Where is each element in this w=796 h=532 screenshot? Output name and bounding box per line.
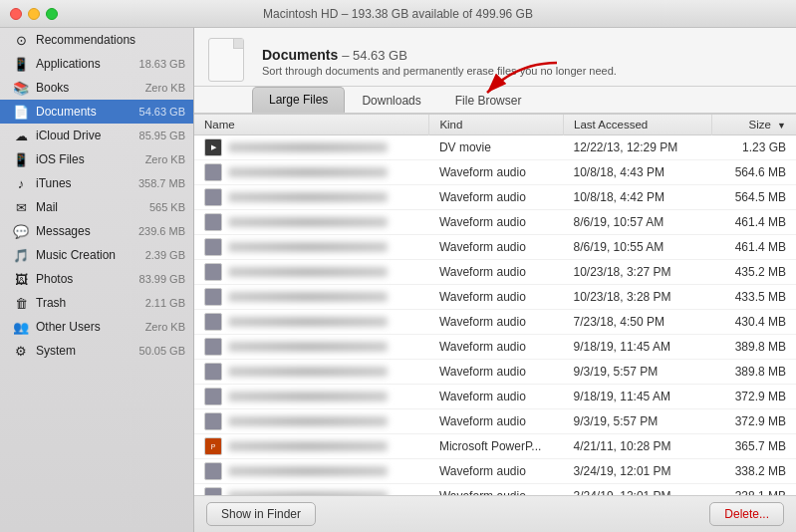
file-kind: Waveform audio xyxy=(429,235,564,260)
sidebar-item-applications[interactable]: 📱Applications18.63 GB xyxy=(0,52,193,76)
file-name-blurred xyxy=(228,367,388,377)
window-title: Macintosh HD – 193.38 GB available of 49… xyxy=(263,7,533,21)
sidebar-item-photos[interactable]: 🖼Photos83.99 GB xyxy=(0,267,193,291)
file-size: 461.4 MB xyxy=(712,235,796,260)
sidebar-item-system[interactable]: ⚙System50.05 GB xyxy=(0,339,193,363)
traffic-lights xyxy=(10,8,58,20)
tab-file-browser[interactable]: File Browser xyxy=(438,88,539,113)
table-row[interactable]: Waveform audio10/8/18, 4:43 PM564.6 MB xyxy=(194,160,796,185)
sidebar-item-messages[interactable]: 💬Messages239.6 MB xyxy=(0,219,193,243)
file-thumbnail xyxy=(204,412,222,430)
col-header-name[interactable]: Name xyxy=(194,115,429,135)
close-button[interactable] xyxy=(10,8,22,20)
file-kind: Waveform audio xyxy=(429,160,564,185)
col-header-size[interactable]: Size ▼ xyxy=(712,115,796,135)
tab-large-files[interactable]: Large Files xyxy=(252,87,345,113)
sidebar-item-label: Books xyxy=(36,81,145,95)
tab-downloads[interactable]: Downloads xyxy=(345,88,437,113)
file-accessed: 10/23/18, 3:27 PM xyxy=(564,260,712,285)
file-name-blurred xyxy=(228,392,388,401)
sidebar-item-size: 2.11 GB xyxy=(145,297,185,309)
sidebar-item-label: iOS Files xyxy=(36,152,145,166)
file-name-blurred xyxy=(228,292,388,302)
sidebar-item-label: Music Creation xyxy=(36,248,145,262)
file-accessed: 10/8/18, 4:42 PM xyxy=(564,185,712,210)
sidebar-item-icon: ⊙ xyxy=(12,31,30,49)
table-row[interactable]: Waveform audio7/23/18, 4:50 PM430.4 MB xyxy=(194,310,796,335)
file-kind: Waveform audio xyxy=(429,484,564,496)
sidebar-item-icon: ✉ xyxy=(12,198,30,216)
file-accessed: 9/18/19, 11:45 AM xyxy=(564,335,712,360)
title-bar: Macintosh HD – 193.38 GB available of 49… xyxy=(0,0,796,28)
sidebar-item-label: Documents xyxy=(36,105,139,119)
file-accessed: 7/23/18, 4:50 PM xyxy=(564,310,712,335)
table-row[interactable]: Waveform audio9/3/19, 5:57 PM372.9 MB xyxy=(194,409,796,434)
file-thumbnail xyxy=(204,188,222,206)
delete-button[interactable]: Delete... xyxy=(709,502,784,526)
table-row[interactable]: Waveform audio9/3/19, 5:57 PM389.8 MB xyxy=(194,360,796,385)
sidebar-item-icon: 📄 xyxy=(12,103,30,121)
sidebar-item-size: 18.63 GB xyxy=(139,58,185,70)
file-kind: Waveform audio xyxy=(429,459,564,484)
table-row[interactable]: Waveform audio10/8/18, 4:42 PM564.5 MB xyxy=(194,185,796,210)
footer: Show in Finder Delete... xyxy=(194,495,796,532)
table-row[interactable]: Waveform audio9/18/19, 11:45 AM389.8 MB xyxy=(194,335,796,360)
sidebar-item-mail[interactable]: ✉Mail565 KB xyxy=(0,195,193,219)
sidebar-item-size: 239.6 MB xyxy=(138,225,185,237)
sidebar-item-ios-files[interactable]: 📱iOS FilesZero KB xyxy=(0,147,193,171)
section-title: Documents – 54.63 GB xyxy=(262,47,710,63)
sidebar-item-size: 83.99 GB xyxy=(139,273,185,285)
tabs-row: Large Files Downloads File Browser xyxy=(194,87,796,114)
table-row[interactable]: ▶DV movie12/22/13, 12:29 PM1.23 GB xyxy=(194,135,796,160)
file-kind: Waveform audio xyxy=(429,285,564,310)
file-kind: DV movie xyxy=(429,135,564,160)
table-row[interactable]: Waveform audio3/24/19, 12:01 PM338.2 MB xyxy=(194,459,796,484)
sidebar-item-books[interactable]: 📚BooksZero KB xyxy=(0,76,193,100)
sort-indicator: ▼ xyxy=(777,121,786,131)
sidebar-item-documents[interactable]: 📄Documents54.63 GB xyxy=(0,100,193,124)
table-row[interactable]: Waveform audio10/23/18, 3:28 PM433.5 MB xyxy=(194,285,796,310)
file-name-blurred xyxy=(228,267,388,277)
file-accessed: 10/23/18, 3:28 PM xyxy=(564,285,712,310)
file-name-blurred xyxy=(228,342,388,352)
file-table: Name Kind Last Accessed Size ▼ xyxy=(194,115,796,495)
header-info: Documents – 54.63 GB Sort through docume… xyxy=(262,47,710,77)
sidebar-item-trash[interactable]: 🗑Trash2.11 GB xyxy=(0,291,193,315)
table-row[interactable]: PMicrosoft PowerP...4/21/11, 10:28 PM365… xyxy=(194,434,796,459)
col-header-accessed[interactable]: Last Accessed xyxy=(564,115,712,135)
sidebar-item-label: Applications xyxy=(36,57,139,71)
table-row[interactable]: Waveform audio9/18/19, 11:45 AM372.9 MB xyxy=(194,385,796,409)
file-thumbnail xyxy=(204,338,222,356)
file-kind: Waveform audio xyxy=(429,185,564,210)
sidebar-item-other-users[interactable]: 👥Other UsersZero KB xyxy=(0,315,193,339)
file-thumbnail xyxy=(204,263,222,281)
sidebar-item-icon: ☁ xyxy=(12,127,30,144)
file-thumbnail xyxy=(204,487,222,495)
minimize-button[interactable] xyxy=(28,8,40,20)
file-name-blurred xyxy=(228,317,388,327)
sidebar-item-music-creation[interactable]: 🎵Music Creation2.39 GB xyxy=(0,243,193,267)
maximize-button[interactable] xyxy=(46,8,58,20)
show-in-finder-button[interactable]: Show in Finder xyxy=(206,502,316,526)
sidebar-item-recommendations[interactable]: ⊙Recommendations xyxy=(0,28,193,52)
file-thumbnail xyxy=(204,213,222,231)
col-header-kind[interactable]: Kind xyxy=(429,115,564,135)
file-accessed: 9/18/19, 11:45 AM xyxy=(564,385,712,409)
file-kind: Microsoft PowerP... xyxy=(429,434,564,459)
table-row[interactable]: Waveform audio10/23/18, 3:27 PM435.2 MB xyxy=(194,260,796,285)
file-thumbnail xyxy=(204,313,222,331)
table-row[interactable]: Waveform audio8/6/19, 10:57 AM461.4 MB xyxy=(194,210,796,235)
file-name-blurred xyxy=(228,491,388,495)
table-row[interactable]: Waveform audio8/6/19, 10:55 AM461.4 MB xyxy=(194,235,796,260)
table-row[interactable]: Waveform audio3/24/19, 12:01 PM338.1 MB xyxy=(194,484,796,496)
sidebar-item-label: Messages xyxy=(36,224,138,238)
content-area: Documents – 54.63 GB Sort through docume… xyxy=(194,28,796,532)
file-accessed: 4/21/11, 10:28 PM xyxy=(564,434,712,459)
sidebar-item-itunes[interactable]: ♪iTunes358.7 MB xyxy=(0,171,193,195)
file-size: 435.2 MB xyxy=(712,260,796,285)
sidebar-item-icon: ⚙ xyxy=(12,342,30,360)
file-name-blurred xyxy=(228,167,388,177)
file-accessed: 10/8/18, 4:43 PM xyxy=(564,160,712,185)
sidebar-item-icloud-drive[interactable]: ☁iCloud Drive85.95 GB xyxy=(0,124,193,147)
file-thumbnail xyxy=(204,288,222,306)
